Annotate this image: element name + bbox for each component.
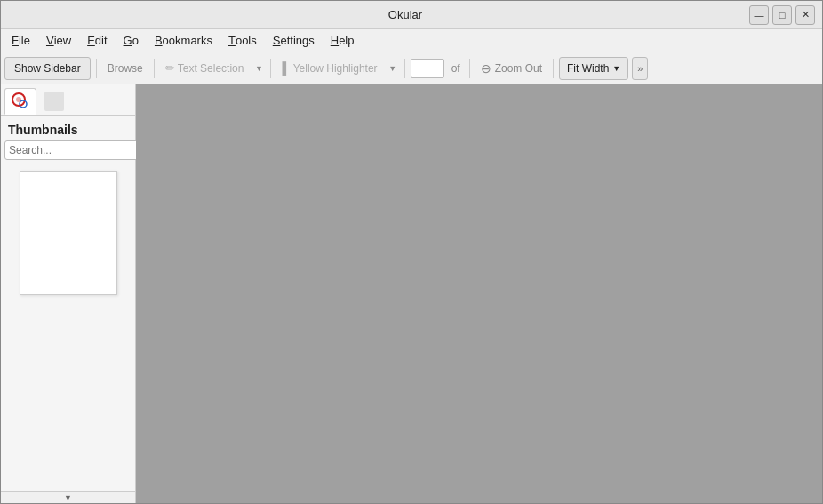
main-content: Thumbnails ▼ ▼: [1, 84, 822, 503]
browse-button[interactable]: Browse: [102, 57, 148, 80]
sidebar-scrollbar-bottom[interactable]: ▼: [1, 491, 135, 503]
extra-tab[interactable]: [38, 88, 70, 115]
menu-tools[interactable]: Tools: [221, 31, 264, 51]
toolbar-separator-2: [154, 59, 155, 78]
menubar: File View Edit Go Bookmarks Tools Settin…: [1, 29, 822, 52]
titlebar: Okular — □ ✕: [1, 1, 822, 29]
thumbnail-area[interactable]: [1, 165, 135, 491]
sidebar-search-bar: ▼: [1, 140, 135, 165]
minimize-button[interactable]: —: [749, 5, 769, 25]
window-title: Okular: [61, 8, 749, 21]
page-of-label: of: [448, 62, 464, 75]
zoom-out-button[interactable]: ⊖ Zoom Out: [475, 57, 547, 80]
yellow-highlighter-label: Yellow Highlighter: [293, 62, 378, 75]
menu-help[interactable]: Help: [324, 31, 362, 51]
yellow-highlighter-button[interactable]: ▌ Yellow Highlighter: [276, 57, 382, 80]
show-sidebar-button[interactable]: Show Sidebar: [4, 57, 91, 80]
sidebar-search-input[interactable]: [4, 140, 147, 160]
toolbar: Show Sidebar Browse ✏ Text Selection ▼ ▌…: [1, 52, 822, 84]
sidebar-tabs: [1, 84, 135, 116]
text-selection-dropdown[interactable]: ▼: [252, 57, 265, 80]
fit-width-dropdown-arrow: ▼: [612, 64, 620, 73]
window-controls: — □ ✕: [749, 5, 815, 25]
fit-width-label: Fit Width: [567, 62, 609, 75]
main-window: Okular — □ ✕ File View Edit Go Bookmarks…: [0, 0, 823, 504]
close-button[interactable]: ✕: [795, 5, 815, 25]
menu-go[interactable]: Go: [116, 31, 146, 51]
page-number-input[interactable]: [411, 59, 444, 78]
menu-edit[interactable]: Edit: [80, 31, 114, 51]
zoom-out-label: Zoom Out: [495, 62, 542, 75]
toolbar-separator-1: [96, 59, 97, 78]
thumbnails-tab-icon: [11, 92, 30, 111]
toolbar-separator-3: [270, 59, 271, 78]
yellow-highlighter-dropdown[interactable]: ▼: [387, 57, 399, 80]
document-area: [136, 84, 822, 503]
maximize-button[interactable]: □: [772, 5, 792, 25]
thumbnail-page-1: [20, 171, 117, 295]
text-selection-label: Text Selection: [178, 62, 244, 75]
more-options-button[interactable]: »: [632, 57, 648, 80]
zoom-out-icon: ⊖: [481, 61, 491, 76]
toolbar-separator-5: [469, 59, 470, 78]
svg-point-2: [16, 97, 21, 102]
browse-label: Browse: [108, 62, 143, 75]
fit-width-button[interactable]: Fit Width ▼: [559, 57, 628, 80]
sidebar: Thumbnails ▼ ▼: [1, 84, 136, 503]
toolbar-separator-4: [404, 59, 405, 78]
scroll-down-arrow[interactable]: ▼: [64, 493, 72, 502]
menu-settings[interactable]: Settings: [266, 31, 322, 51]
text-selection-button[interactable]: ✏ Text Selection: [160, 57, 250, 80]
extra-tab-icon: [44, 92, 64, 111]
menu-file[interactable]: File: [4, 31, 37, 51]
toolbar-separator-6: [553, 59, 554, 78]
thumbnails-tab[interactable]: [4, 88, 36, 115]
highlighter-icon: ▌: [282, 61, 290, 75]
menu-view[interactable]: View: [39, 31, 78, 51]
sidebar-title: Thumbnails: [1, 116, 135, 140]
pencil-icon: ✏: [165, 61, 175, 75]
menu-bookmarks[interactable]: Bookmarks: [148, 31, 220, 51]
